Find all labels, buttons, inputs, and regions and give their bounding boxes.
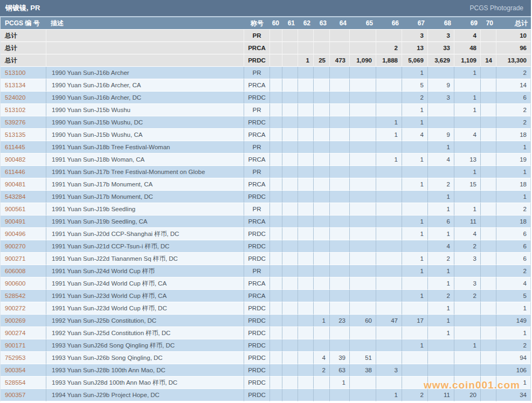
pcgs-number-cell[interactable]: 900354	[1, 364, 46, 377]
col-header-total: 总计	[496, 17, 531, 30]
pcgs-number-cell[interactable]: 900482	[1, 154, 46, 166]
pcgs-number-cell[interactable]: 900357	[1, 389, 46, 401]
grade-count-cell-62	[298, 253, 314, 265]
grade-count-cell-66	[376, 277, 402, 290]
total-cell: 14	[496, 79, 531, 92]
pcgs-number-cell[interactable]: 900274	[1, 327, 46, 339]
grade-count-cell-64	[330, 154, 350, 166]
grade-count-cell-63: 25	[314, 54, 330, 67]
designation-cell: PRDC	[244, 377, 270, 389]
grade-count-cell-64	[330, 228, 350, 240]
grade-count-cell-66	[376, 104, 402, 116]
pcgs-number-cell[interactable]: 900271	[1, 253, 46, 265]
pcgs-number-cell[interactable]: 539276	[1, 116, 46, 129]
grade-count-cell-69: 3	[454, 253, 481, 265]
designation-cell: PRCA	[244, 42, 270, 54]
pcgs-number-cell[interactable]: 528554	[1, 377, 46, 389]
grade-count-cell-60	[270, 253, 282, 265]
grade-count-cell-64: 39	[330, 352, 350, 364]
grade-count-cell-66	[376, 352, 402, 364]
pcgs-number-cell[interactable]: 606008	[1, 265, 46, 277]
grade-count-cell-65	[350, 154, 376, 166]
table-header-row: PCGS 编 号 描述 称号 60 61 62 63 64 65 66 67 6…	[1, 17, 531, 30]
grade-count-cell-62	[298, 315, 314, 327]
table-row: 900491 1991 Yuan Sun-J19b Seedling, CA P…	[1, 216, 531, 228]
grade-count-cell-60	[270, 154, 282, 166]
table-row: 900561 1991 Yuan Sun-J19b Seedling PR 1 …	[1, 203, 531, 216]
grade-count-cell-63	[314, 265, 330, 277]
grade-column-header-60: 60	[270, 17, 282, 30]
grade-column-header-67: 67	[402, 17, 428, 30]
pcgs-number-cell[interactable]: 528542	[1, 290, 46, 302]
grade-count-cell-63	[314, 154, 330, 166]
pcgs-number-cell[interactable]: 611445	[1, 141, 46, 154]
total-cell: 96	[496, 42, 531, 54]
grade-count-cell-67: 2	[402, 389, 428, 401]
table-row: 900171 1993 Yuan SunJ26d Song Qingling 样…	[1, 339, 531, 352]
grade-count-cell-69: 20	[454, 389, 481, 401]
grade-count-cell-64	[330, 116, 350, 129]
grade-count-cell-67	[402, 240, 428, 253]
total-cell: 18	[496, 129, 531, 141]
pcgs-number-cell[interactable]: 543284	[1, 191, 46, 203]
pcgs-number-cell[interactable]: 900272	[1, 302, 46, 315]
total-cell: 5	[496, 290, 531, 302]
grade-count-cell-64	[330, 67, 350, 79]
grade-count-cell-68	[428, 339, 454, 352]
grade-count-cell-67	[402, 352, 428, 364]
pcgs-number-cell[interactable]: 900561	[1, 203, 46, 216]
grade-count-cell-61	[282, 116, 298, 129]
grade-count-cell-61	[282, 302, 298, 315]
pcgs-number-cell[interactable]: 513134	[1, 79, 46, 92]
grade-count-cell-65	[350, 141, 376, 154]
grade-count-cell-65	[350, 228, 376, 240]
description-cell: 1992 Yuan Sun-J25b Constitution, DC	[46, 315, 244, 327]
grade-count-cell-63	[314, 216, 330, 228]
pcgs-number-cell[interactable]: 524020	[1, 92, 46, 104]
grade-count-cell-67: 3	[402, 30, 428, 42]
designation-cell: PR	[244, 30, 270, 42]
table-row: 513135 1990 Yuan Sun-J15b Wushu, CA PRCA…	[1, 129, 531, 141]
pcgs-number-cell[interactable]: 900600	[1, 277, 46, 290]
grade-count-cell-60	[270, 389, 282, 401]
grade-count-cell-61	[282, 327, 298, 339]
pcgs-number-cell[interactable]: 752953	[1, 352, 46, 364]
grade-count-cell-70	[481, 116, 496, 129]
pcgs-number-cell[interactable]: 513102	[1, 104, 46, 116]
grade-count-cell-63	[314, 30, 330, 42]
pcgs-number-cell[interactable]: 900269	[1, 315, 46, 327]
grade-count-cell-62	[298, 327, 314, 339]
grade-count-cell-61	[282, 228, 298, 240]
description-cell	[46, 54, 244, 67]
grade-count-cell-66	[376, 79, 402, 92]
pcgs-number-cell[interactable]: 513100	[1, 67, 46, 79]
grade-count-cell-64	[330, 302, 350, 315]
grade-count-cell-60	[270, 79, 282, 92]
grade-count-cell-62	[298, 92, 314, 104]
grade-count-cell-67: 1	[402, 290, 428, 302]
grade-count-cell-61	[282, 67, 298, 79]
pcgs-number-cell[interactable]: 900496	[1, 228, 46, 240]
grade-column-header-70: 70	[481, 17, 496, 30]
total-cell: 1	[496, 327, 531, 339]
col-header-pcgs-no: PCGS 编 号	[1, 17, 46, 30]
designation-cell: PRDC	[244, 364, 270, 377]
grade-count-cell-66	[376, 203, 402, 216]
grade-count-cell-62	[298, 67, 314, 79]
designation-cell: PRDC	[244, 54, 270, 67]
pcgs-number-cell[interactable]: 513135	[1, 129, 46, 141]
pcgs-number-cell[interactable]: 900491	[1, 216, 46, 228]
pcgs-number-cell[interactable]: 900171	[1, 339, 46, 352]
grade-count-cell-66	[376, 92, 402, 104]
grade-count-cell-62	[298, 216, 314, 228]
pcgs-number-cell[interactable]: 900270	[1, 240, 46, 253]
description-cell: 1990 Yuan Sun-J16b Archer, CA	[46, 79, 244, 92]
pcgs-number-cell[interactable]: 611446	[1, 166, 46, 178]
grade-count-cell-63: 4	[314, 352, 330, 364]
grade-count-cell-63: 1	[314, 315, 330, 327]
pcgs-number-cell[interactable]: 900481	[1, 178, 46, 191]
grade-count-cell-70	[481, 154, 496, 166]
grade-count-cell-70	[481, 92, 496, 104]
grade-count-cell-62	[298, 302, 314, 315]
page-title: 钢镀镍, PR	[5, 3, 40, 13]
